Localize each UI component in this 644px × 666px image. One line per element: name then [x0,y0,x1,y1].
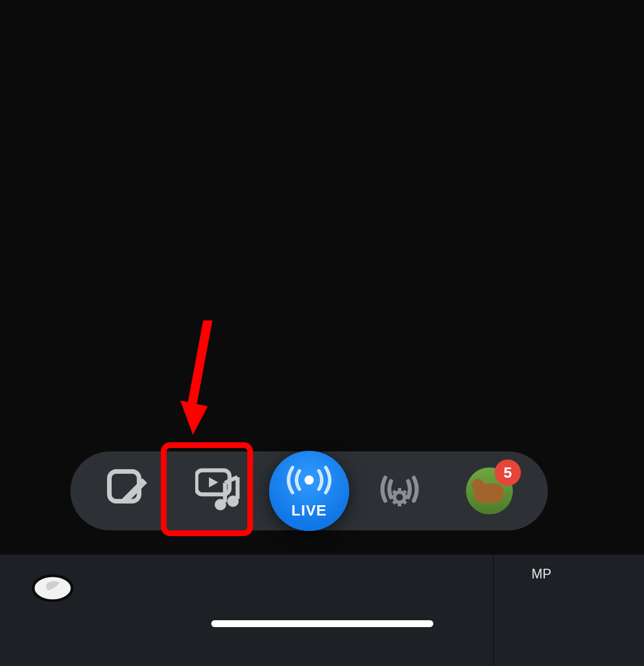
bottom-bar: MP [0,554,644,666]
svg-marker-15 [180,401,208,435]
svg-point-14 [305,475,314,485]
annotation-highlight-box [161,442,253,536]
svg-line-13 [404,501,406,504]
broadcast-settings-button[interactable] [376,467,424,515]
create-pill-bar: 5 LIVE [70,451,548,530]
broadcast-settings-icon [375,465,424,517]
coin-icon[interactable] [31,573,76,606]
profile-avatar[interactable]: 5 [465,467,513,515]
avatar-image: 5 [466,467,513,514]
compose-note-icon [107,469,151,513]
live-button[interactable]: LIVE [269,451,349,531]
notification-count: 5 [504,464,512,482]
home-indicator[interactable] [211,620,433,627]
svg-point-5 [394,492,405,502]
bottom-bar-divider [493,555,494,666]
mp-label: MP [532,566,552,582]
live-label: LIVE [291,502,327,520]
notification-badge: 5 [495,459,521,486]
annotation-arrow-icon [180,320,215,446]
broadcast-icon [283,463,335,499]
svg-line-10 [393,491,396,493]
svg-line-12 [393,501,396,504]
compose-button[interactable] [105,467,153,515]
svg-line-11 [404,491,406,493]
